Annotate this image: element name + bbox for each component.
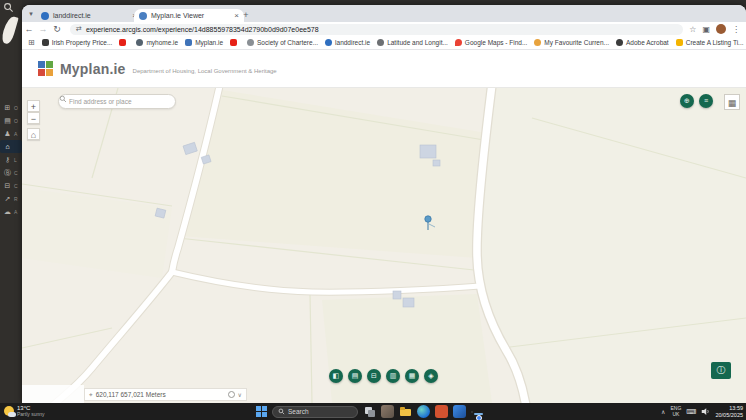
report-button[interactable]: ▥ <box>386 369 400 383</box>
start-button[interactable] <box>256 406 267 417</box>
close-tab-icon[interactable]: × <box>228 11 239 20</box>
sidebar-item-keys[interactable]: ⚷L <box>0 153 22 166</box>
chart-icon: ↗ <box>3 194 12 203</box>
outlook-icon[interactable] <box>453 405 466 418</box>
measure-button[interactable]: ⊕ <box>680 94 694 108</box>
share-button[interactable]: ◈ <box>424 369 438 383</box>
bookmark-item[interactable]: Irish Property Price... <box>42 39 113 46</box>
toolbar-right: ☆ ▣ ⋮ <box>689 24 740 34</box>
tab-title: landdirect.ie <box>53 12 91 19</box>
tab-strip: ▾ landdirect.ie × Myplan.ie Viewer × + <box>22 5 746 22</box>
sidebar-item-home[interactable]: ⌂ <box>0 140 22 153</box>
map-search-box[interactable]: Find address or place <box>58 94 176 109</box>
tab-favicon <box>41 12 49 20</box>
bookmark-item[interactable]: myhome.ie <box>136 39 178 46</box>
task-view-button[interactable] <box>363 405 376 418</box>
chrome-active-app[interactable] <box>471 411 473 413</box>
taskbar-search-placeholder: Search <box>288 408 309 415</box>
tab-search-chevron-icon[interactable]: ▾ <box>26 8 36 19</box>
sidebar-item-contacts[interactable]: ♟A <box>0 127 22 140</box>
zoom-in-button[interactable]: + <box>27 100 40 112</box>
new-tab-button[interactable]: + <box>240 9 252 21</box>
touch-keyboard-icon[interactable]: ⌨ <box>686 408 696 416</box>
apps-grid-icon[interactable]: ⊞ <box>28 38 35 47</box>
side-panel-icon[interactable]: ▣ <box>702 25 710 34</box>
map-canvas[interactable]: Find address or place + − ⌂ ⊕ ≡ ▦ ◧ ▤ ⊟ … <box>22 88 746 403</box>
back-icon[interactable]: ← <box>22 24 36 34</box>
bookmark-item[interactable]: landdirect.ie <box>325 39 370 46</box>
edge-icon[interactable] <box>417 405 430 418</box>
bookmark-item-youtube[interactable] <box>230 39 240 46</box>
tab-landdirect[interactable]: landdirect.ie × <box>36 9 142 22</box>
zoom-out-button[interactable]: − <box>27 112 40 124</box>
search-icon[interactable] <box>3 2 14 13</box>
powerpoint-icon[interactable] <box>435 405 448 418</box>
grid-icon: ⊞ <box>3 103 12 112</box>
file-explorer-icon[interactable] <box>399 405 412 418</box>
bookmark-item[interactable]: Adobe Acrobat <box>616 39 669 46</box>
language-indicator[interactable]: ENG UK <box>671 406 682 417</box>
bookmarks-bar: ⊞ Irish Property Price... myhome.ie Mypl… <box>22 36 746 50</box>
bookmark-item[interactable]: Society of Chartere... <box>247 39 318 46</box>
weather-icon <box>4 406 14 416</box>
coordinate-widget[interactable]: ⌖ 620,117 657,021 Meters ∨ <box>84 388 247 401</box>
bookmark-item[interactable]: My Favourite Curren... <box>534 39 609 46</box>
sidebar-item-dashboard[interactable]: ⊞O <box>0 101 22 114</box>
taskbar-clock[interactable]: 13:59 20/05/2025 <box>715 405 743 418</box>
menu-kebab-icon[interactable]: ⋮ <box>732 25 740 34</box>
letter-b-icon: Ⓑ <box>3 168 12 177</box>
speaker-icon[interactable] <box>701 407 710 416</box>
sidebar-item-calendar[interactable]: ▤O <box>0 114 22 127</box>
address-bar[interactable]: ⇄ experience.arcgis.com/experience/14d88… <box>70 24 683 35</box>
map-search-placeholder: Find address or place <box>69 98 132 105</box>
table-button[interactable]: ▦ <box>405 369 419 383</box>
bookmarks-button[interactable]: ▤ <box>348 369 362 383</box>
bookmark-item[interactable]: Myplan.ie <box>185 39 223 46</box>
home-extent-button[interactable]: ⌂ <box>27 128 40 140</box>
app-logo-feather <box>0 15 18 45</box>
system-tray: ∧ ENG UK ⌨ 13:59 20/05/2025 <box>661 403 743 420</box>
os-sidebar: ⊞O ▤O ♟A ⌂ ⚷L ⒷC ⊟C ↗R ☁A <box>0 0 22 403</box>
tab-myplan-viewer-active[interactable]: Myplan.ie Viewer × <box>134 9 244 22</box>
sidebar-item-reports[interactable]: ↗R <box>0 192 22 205</box>
print-button[interactable]: ⊟ <box>367 369 381 383</box>
tab-title: Myplan.ie Viewer <box>151 12 204 19</box>
attribution-strip <box>22 385 84 403</box>
layers-button[interactable]: ◧ <box>329 369 343 383</box>
site-subtitle: Department of Housing, Local Government … <box>133 68 277 74</box>
search-icon <box>59 95 67 103</box>
info-button[interactable]: ⓘ <box>711 362 731 379</box>
bookmark-item[interactable]: Google Maps - Find... <box>455 39 528 46</box>
sidebar-item-b[interactable]: ⒷC <box>0 166 22 179</box>
chevron-down-icon[interactable]: ∨ <box>238 391 242 398</box>
weather-widget[interactable]: 13°C Partly sunny <box>4 405 45 418</box>
cloud-icon: ☁ <box>3 207 12 216</box>
sidebar-nav: ⊞O ▤O ♟A ⌂ ⚷L ⒷC ⊟C ↗R ☁A <box>0 101 22 218</box>
coordinates-text: 620,117 657,021 Meters <box>96 391 166 398</box>
tab-favicon <box>139 12 147 20</box>
bookmark-item-youtube[interactable] <box>119 39 129 46</box>
taskbar-center: Search <box>256 403 473 420</box>
hidden-icons-chevron[interactable]: ∧ <box>661 408 665 415</box>
profile-avatar[interactable] <box>716 24 726 34</box>
sidebar-item-print[interactable]: ⊟C <box>0 179 22 192</box>
person-icon: ♟ <box>3 129 12 138</box>
basemap-gallery-button[interactable]: ▦ <box>724 94 740 110</box>
forward-icon[interactable]: → <box>36 24 50 34</box>
locate-circle-icon[interactable] <box>228 391 235 398</box>
screen: ⊞O ▤O ♟A ⌂ ⚷L ⒷC ⊟C ↗R ☁A ▾ landdirect.i… <box>0 0 746 420</box>
taskbar-search[interactable]: Search <box>272 406 358 418</box>
legend-button[interactable]: ≡ <box>699 94 713 108</box>
home-icon: ⌂ <box>3 142 12 151</box>
site-brand: Myplan.ie <box>60 61 126 77</box>
url-text: experience.arcgis.com/experience/14d8855… <box>86 26 319 33</box>
reload-icon[interactable]: ↻ <box>50 24 64 34</box>
bookmark-item[interactable]: Latitude and Longit... <box>377 39 448 46</box>
browser-window: ▾ landdirect.ie × Myplan.ie Viewer × + ←… <box>22 5 746 403</box>
sidebar-item-cloud[interactable]: ☁A <box>0 205 22 218</box>
site-info-icon[interactable]: ⇄ <box>76 25 82 33</box>
app-icon-1[interactable] <box>381 405 394 418</box>
search-icon <box>278 408 285 415</box>
bookmark-star-icon[interactable]: ☆ <box>689 25 696 34</box>
bookmark-item[interactable]: Create A Listing Ti... <box>676 39 744 46</box>
